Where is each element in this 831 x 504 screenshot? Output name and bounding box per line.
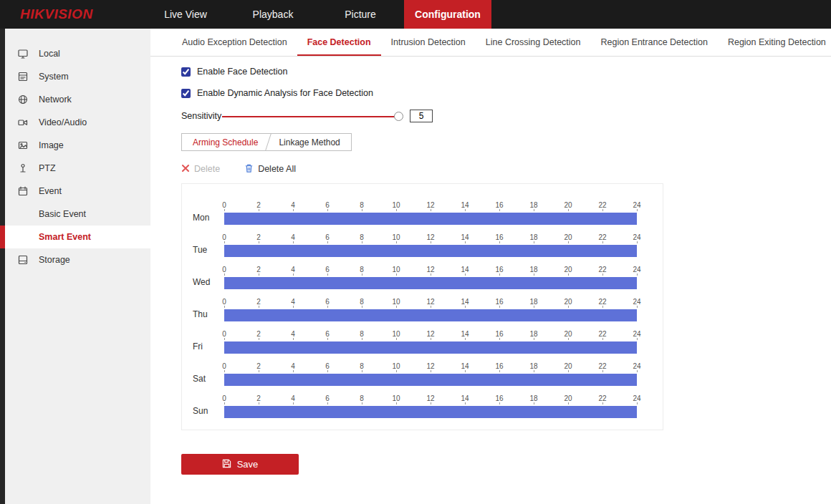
tick-label: 2 bbox=[256, 298, 261, 306]
schedule-row-mon: Mon024681012141618202224 bbox=[193, 193, 663, 225]
tick-label: 20 bbox=[564, 298, 572, 306]
sensitivity-row: Sensitivity bbox=[181, 110, 831, 122]
tick-mark bbox=[224, 306, 225, 308]
tick-mark bbox=[327, 402, 328, 404]
tick-mark bbox=[224, 273, 225, 276]
tick-label: 8 bbox=[360, 266, 364, 273]
tick-mark bbox=[568, 338, 569, 340]
tick-mark bbox=[396, 306, 397, 308]
monitor-icon bbox=[17, 48, 29, 59]
tab-face-detection[interactable]: Face Detection bbox=[297, 29, 381, 56]
delete-all-button[interactable]: Delete All bbox=[244, 163, 296, 175]
tick-mark bbox=[431, 338, 431, 340]
tick-label: 16 bbox=[495, 362, 503, 370]
tick-label: 2 bbox=[256, 201, 261, 209]
enable-dynamic-analysis-checkbox[interactable] bbox=[181, 89, 191, 98]
subtab-arming-schedule[interactable]: Arming Schedule bbox=[181, 133, 269, 151]
tick-label: 6 bbox=[325, 201, 330, 209]
timeline-tue[interactable]: 024681012141618202224 bbox=[224, 233, 637, 257]
tick-mark bbox=[293, 273, 294, 276]
tick-label: 4 bbox=[291, 330, 295, 338]
tab-audio-exception-detection[interactable]: Audio Exception Detection bbox=[172, 29, 297, 56]
tick-mark bbox=[293, 370, 294, 372]
schedule-bar[interactable] bbox=[224, 309, 637, 321]
sidebar-item-storage[interactable]: Storage bbox=[0, 248, 150, 271]
enable-face-detection-checkbox[interactable] bbox=[181, 67, 191, 77]
nav-live-view[interactable]: Live View bbox=[142, 0, 229, 29]
tick-label: 2 bbox=[256, 266, 261, 273]
sidebar-item-label: PTZ bbox=[39, 163, 56, 173]
save-button[interactable]: Save bbox=[181, 454, 299, 475]
tab-region-exiting-detection[interactable]: Region Exiting Detection bbox=[718, 29, 831, 56]
tick-label: 18 bbox=[529, 362, 537, 370]
tick-label: 6 bbox=[325, 330, 330, 338]
schedule-bar[interactable] bbox=[224, 341, 637, 354]
sidebar-item-network[interactable]: Network bbox=[0, 88, 150, 111]
tick-label: 0 bbox=[222, 233, 226, 241]
delete-button[interactable]: Delete bbox=[181, 164, 220, 175]
timeline-sun[interactable]: 024681012141618202224 bbox=[224, 394, 637, 418]
sidebar-item-system[interactable]: System bbox=[0, 65, 150, 88]
schedule-bar[interactable] bbox=[224, 406, 637, 418]
sidebar-item-label: Network bbox=[39, 94, 72, 105]
timeline-thu[interactable]: 024681012141618202224 bbox=[224, 298, 637, 321]
sidebar-item-ptz[interactable]: PTZ bbox=[0, 157, 150, 180]
tick-label: 2 bbox=[256, 233, 261, 241]
tick-label: 0 bbox=[222, 362, 226, 370]
tick-mark bbox=[602, 241, 603, 243]
tick-label: 8 bbox=[360, 298, 364, 306]
tick-mark bbox=[534, 241, 534, 243]
ptz-icon bbox=[17, 163, 29, 174]
sidebar-item-local[interactable]: Local bbox=[0, 42, 150, 65]
tick-label: 22 bbox=[598, 233, 606, 241]
timeline-mon[interactable]: 024681012141618202224 bbox=[224, 201, 637, 225]
nav-playback[interactable]: Playback bbox=[229, 0, 317, 29]
tab-intrusion-detection[interactable]: Intrusion Detection bbox=[381, 29, 476, 56]
tick-mark bbox=[499, 241, 500, 243]
tab-line-crossing-detection[interactable]: Line Crossing Detection bbox=[476, 29, 591, 56]
tick-label: 0 bbox=[222, 266, 226, 273]
tick-label: 22 bbox=[598, 266, 606, 273]
tick-label: 4 bbox=[291, 362, 295, 370]
sidebar-item-video-audio[interactable]: Video/Audio bbox=[0, 111, 150, 134]
tick-mark bbox=[568, 241, 569, 243]
tick-label: 14 bbox=[461, 233, 469, 241]
sidebar-item-image[interactable]: Image bbox=[0, 134, 150, 157]
tick-label: 4 bbox=[291, 201, 295, 209]
nav-picture[interactable]: Picture bbox=[317, 0, 404, 29]
schedule-bar[interactable] bbox=[224, 277, 637, 289]
sidebar: LocalSystemNetworkVideo/AudioImagePTZEve… bbox=[0, 29, 150, 504]
subtab-linkage-method[interactable]: Linkage Method bbox=[268, 133, 351, 151]
schedule-bar[interactable] bbox=[224, 245, 637, 257]
timeline-sat[interactable]: 024681012141618202224 bbox=[224, 362, 637, 386]
tick-mark bbox=[568, 306, 569, 308]
timeline-wed[interactable]: 024681012141618202224 bbox=[224, 266, 637, 289]
sidebar-item-event[interactable]: Event bbox=[0, 180, 150, 203]
timeline-fri[interactable]: 024681012141618202224 bbox=[224, 330, 637, 354]
schedule-bar[interactable] bbox=[224, 213, 637, 225]
tab-region-entrance-detection[interactable]: Region Entrance Detection bbox=[591, 29, 718, 56]
sensitivity-slider[interactable] bbox=[222, 112, 401, 121]
schedule-subtabs: Arming ScheduleLinkage Method bbox=[181, 133, 831, 151]
tick-mark bbox=[259, 273, 259, 276]
tick-mark bbox=[465, 241, 466, 243]
tick-label: 12 bbox=[426, 298, 434, 306]
day-label: Sat bbox=[193, 374, 224, 386]
sidebar-item-smart-event[interactable]: Smart Event bbox=[0, 226, 150, 248]
tick-mark bbox=[534, 306, 534, 308]
enable-face-detection-label: Enable Face Detection bbox=[197, 67, 287, 77]
tick-mark bbox=[327, 209, 328, 211]
tick-mark bbox=[396, 338, 397, 340]
tick-label: 4 bbox=[291, 298, 295, 306]
tick-mark bbox=[637, 306, 638, 308]
tick-label: 18 bbox=[529, 330, 537, 338]
tick-label: 10 bbox=[392, 394, 400, 402]
schedule-bar[interactable] bbox=[224, 374, 637, 386]
tick-mark bbox=[431, 306, 431, 308]
sidebar-item-basic-event[interactable]: Basic Event bbox=[0, 203, 150, 226]
slider-handle[interactable] bbox=[394, 112, 403, 121]
sensitivity-value-input[interactable] bbox=[410, 110, 433, 122]
nav-configuration[interactable]: Configuration bbox=[404, 0, 491, 29]
tick-mark bbox=[293, 338, 294, 340]
save-button-label: Save bbox=[237, 459, 259, 470]
